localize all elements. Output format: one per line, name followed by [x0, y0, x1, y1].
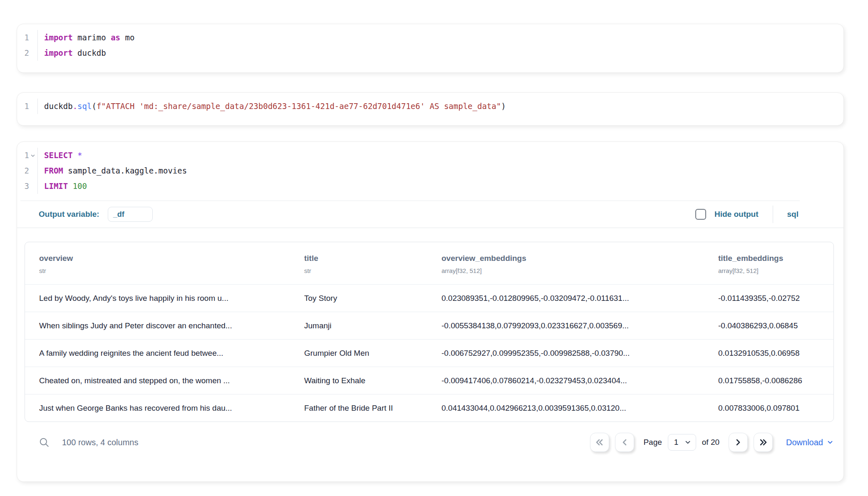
hide-output-label[interactable]: Hide output: [714, 210, 759, 219]
table-header-row: overviewstrtitlestroverview_embeddingsar…: [25, 242, 833, 284]
column-name: title: [304, 254, 428, 263]
line-number: 3: [25, 179, 29, 194]
cell-overview[interactable]: Just when George Banks has recovered fro…: [25, 394, 298, 422]
chevron-down-icon: [826, 439, 834, 446]
cell-overview_embeddings[interactable]: -0.009417406,0.07860214,-0.023279453,0.0…: [435, 367, 712, 394]
line-number: 1: [25, 148, 29, 163]
page-total-label: of 20: [702, 438, 719, 447]
code-cell: 12import marimo as moimport duckdb: [17, 24, 844, 73]
table-row[interactable]: Just when George Banks has recovered fro…: [25, 394, 833, 422]
first-page-button[interactable]: [590, 433, 609, 452]
line-number: 2: [25, 163, 29, 179]
column-name: overview_embeddings: [441, 254, 705, 263]
output-variable-bar: Output variable: _df Hide output sql: [17, 201, 843, 228]
column-header-title[interactable]: titlestr: [298, 242, 435, 284]
table-body: Led by Woody, Andy's toys live happily i…: [25, 284, 833, 422]
page-label: Page: [643, 438, 662, 447]
chevrons-left-icon: [595, 437, 605, 447]
cell-title_embeddings[interactable]: 0.01755858,-0.0086286: [712, 367, 833, 394]
code-line[interactable]: SELECT *: [44, 148, 187, 163]
chevron-right-icon: [733, 437, 743, 447]
output-variable-value: _df: [113, 210, 124, 219]
page-select[interactable]: 1: [668, 434, 696, 451]
cell-overview[interactable]: When siblings Judy and Peter discover an…: [25, 312, 298, 339]
column-type: str: [304, 267, 428, 274]
code-lines[interactable]: duckdb.sql(f"ATTACH 'md:_share/sample_da…: [38, 99, 506, 114]
code-cell: 1duckdb.sql(f"ATTACH 'md:_share/sample_d…: [17, 92, 844, 126]
code-editor[interactable]: 123SELECT *FROM sample_data.kaggle.movie…: [17, 142, 843, 194]
column-type: array[f32, 512]: [441, 267, 705, 274]
code-editor[interactable]: 12import marimo as moimport duckdb: [17, 24, 843, 61]
download-label: Download: [786, 438, 823, 447]
hide-output-checkbox[interactable]: [695, 209, 706, 220]
fold-chevron-icon[interactable]: [29, 153, 37, 158]
code-lines[interactable]: SELECT *FROM sample_data.kaggle.moviesLI…: [38, 148, 187, 194]
code-line[interactable]: duckdb.sql(f"ATTACH 'md:_share/sample_da…: [44, 99, 506, 114]
column-header-overview[interactable]: overviewstr: [25, 242, 298, 284]
column-header-overview_embeddings[interactable]: overview_embeddingsarray[f32, 512]: [435, 242, 712, 284]
cell-overview_embeddings[interactable]: -0.0055384138,0.07992093,0.023316627,0.0…: [435, 312, 712, 339]
row-count-info: 100 rows, 4 columns: [62, 438, 138, 447]
cell-overview[interactable]: Cheated on, mistreated and stepped on, t…: [25, 367, 298, 394]
cell-title[interactable]: Jumanji: [298, 312, 435, 339]
chevron-left-icon: [620, 437, 630, 447]
sql-cell: 123SELECT *FROM sample_data.kaggle.movie…: [17, 141, 844, 482]
code-lines[interactable]: import marimo as moimport duckdb: [38, 30, 134, 61]
table-row[interactable]: A family wedding reignites the ancient f…: [25, 339, 833, 367]
cell-overview_embeddings[interactable]: -0.006752927,0.099952355,-0.009982588,-0…: [435, 339, 712, 367]
line-number-gutter: 12: [17, 30, 38, 61]
cell-title_embeddings[interactable]: 0.007833006,0.097801: [712, 394, 833, 422]
next-page-button[interactable]: [729, 433, 748, 452]
chevrons-right-icon: [758, 437, 768, 447]
table-footer: 100 rows, 4 columns Page 1 of 20 Downloa: [25, 433, 834, 452]
column-type: str: [39, 267, 291, 274]
column-name: overview: [39, 254, 291, 263]
line-number: 1: [25, 30, 29, 45]
line-number-gutter: 1: [17, 99, 38, 114]
page-select-value: 1: [674, 438, 679, 447]
code-editor[interactable]: 1duckdb.sql(f"ATTACH 'md:_share/sample_d…: [17, 93, 843, 114]
output-variable-input[interactable]: _df: [108, 207, 153, 222]
cell-title[interactable]: Father of the Bride Part II: [298, 394, 435, 422]
divider: [773, 206, 773, 223]
output-variable-label: Output variable:: [39, 210, 99, 219]
cell-overview[interactable]: Led by Woody, Andy's toys live happily i…: [25, 284, 298, 312]
line-number: 2: [25, 45, 29, 61]
table-row[interactable]: Cheated on, mistreated and stepped on, t…: [25, 367, 833, 394]
prev-page-button[interactable]: [615, 433, 634, 452]
search-icon[interactable]: [39, 437, 50, 448]
code-line[interactable]: import marimo as mo: [44, 30, 134, 45]
cell-overview_embeddings[interactable]: 0.041433044,0.042966213,0.0039591365,0.0…: [435, 394, 712, 422]
table-row[interactable]: Led by Woody, Andy's toys live happily i…: [25, 284, 833, 312]
chevron-down-icon: [684, 439, 692, 446]
cell-title_embeddings[interactable]: 0.0132910535,0.06958: [712, 339, 833, 367]
last-page-button[interactable]: [754, 433, 773, 452]
language-badge[interactable]: sql: [787, 210, 799, 219]
line-number: 1: [25, 99, 29, 114]
cell-title_embeddings[interactable]: -0.040386293,0.06845: [712, 312, 833, 339]
download-button[interactable]: Download: [786, 438, 834, 447]
divider: [17, 228, 843, 228]
column-header-title_embeddings[interactable]: title_embeddingsarray[f32, 512]: [712, 242, 833, 284]
cell-title_embeddings[interactable]: -0.011439355,-0.02752: [712, 284, 833, 312]
cell-overview[interactable]: A family wedding reignites the ancient f…: [25, 339, 298, 367]
line-number-gutter: 123: [17, 148, 38, 194]
column-type: array[f32, 512]: [718, 267, 827, 274]
code-line[interactable]: FROM sample_data.kaggle.movies: [44, 163, 187, 179]
cell-overview_embeddings[interactable]: 0.023089351,-0.012809965,-0.03209472,-0.…: [435, 284, 712, 312]
cell-title[interactable]: Grumpier Old Men: [298, 339, 435, 367]
column-name: title_embeddings: [718, 254, 827, 263]
cell-title[interactable]: Waiting to Exhale: [298, 367, 435, 394]
output-area: overviewstrtitlestroverview_embeddingsar…: [25, 242, 834, 422]
output-table: overviewstrtitlestroverview_embeddingsar…: [25, 242, 834, 422]
code-line[interactable]: LIMIT 100: [44, 179, 187, 194]
code-line[interactable]: import duckdb: [44, 45, 134, 61]
table-row[interactable]: When siblings Judy and Peter discover an…: [25, 312, 833, 339]
cell-title[interactable]: Toy Story: [298, 284, 435, 312]
